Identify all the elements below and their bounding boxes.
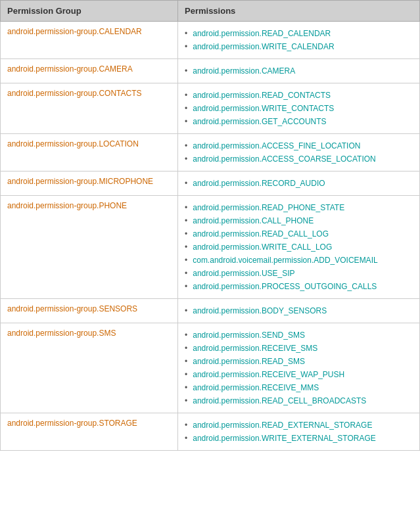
list-item: android.permission.CAMERA — [185, 64, 413, 78]
permission-name: android.permission.READ_CONTACTS — [193, 91, 331, 100]
permission-group-cell: android.permission-group.CAMERA — [1, 59, 178, 83]
table-row: android.permission-group.MICROPHONEandro… — [1, 172, 420, 196]
permissions-cell: android.permission.READ_EXTERNAL_STORAGE… — [178, 413, 420, 451]
permission-group-cell: android.permission-group.STORAGE — [1, 413, 178, 451]
list-item: android.permission.READ_CONTACTS — [185, 89, 413, 102]
permission-name: android.permission.READ_CALL_LOG — [193, 229, 329, 239]
permission-group-cell: android.permission-group.SMS — [1, 323, 178, 413]
permissions-cell: android.permission.SEND_SMSandroid.permi… — [178, 323, 420, 413]
permission-group-cell: android.permission-group.CONTACTS — [1, 83, 178, 134]
list-item: android.permission.CALL_PHONE — [185, 214, 413, 227]
table-row: android.permission-group.LOCATIONandroid… — [1, 134, 420, 172]
permissions-cell: android.permission.ACCESS_FINE_LOCATIONa… — [178, 134, 420, 172]
table-row: android.permission-group.SMSandroid.perm… — [1, 323, 420, 413]
list-item: android.permission.READ_SMS — [185, 355, 413, 368]
list-item: android.permission.SEND_SMS — [185, 329, 413, 342]
permission-name: android.permission.SEND_SMS — [193, 331, 305, 340]
permission-name: android.permission.RECORD_AUDIO — [193, 179, 325, 188]
list-item: android.permission.PROCESS_OUTGOING_CALL… — [185, 280, 413, 293]
permissions-table: Permission Group Permissions android.per… — [0, 0, 420, 451]
list-item: android.permission.READ_PHONE_STATE — [185, 201, 413, 214]
table-row: android.permission-group.STORAGEandroid.… — [1, 413, 420, 451]
table-row: android.permission-group.PHONEandroid.pe… — [1, 196, 420, 299]
list-item: android.permission.READ_CALL_LOG — [185, 227, 413, 241]
permissions-cell: android.permission.READ_CONTACTSandroid.… — [178, 83, 420, 134]
list-item: android.permission.WRITE_EXTERNAL_STORAG… — [185, 432, 413, 445]
list-item: android.permission.RECEIVE_WAP_PUSH — [185, 368, 413, 381]
list-item: android.permission.READ_CALENDAR — [185, 27, 413, 40]
permission-name: android.permission.WRITE_EXTERNAL_STORAG… — [193, 434, 376, 443]
permission-group-cell: android.permission-group.MICROPHONE — [1, 172, 178, 196]
permission-name: android.permission.RECEIVE_SMS — [193, 344, 317, 353]
permission-name: android.permission.WRITE_CALENDAR — [193, 42, 334, 51]
permission-name: android.permission.READ_PHONE_STATE — [193, 203, 344, 212]
permissions-cell: android.permission.READ_CALENDARandroid.… — [178, 22, 420, 59]
list-item: android.permission.ACCESS_COARSE_LOCATIO… — [185, 152, 413, 166]
column-header-permissions: Permissions — [178, 1, 420, 22]
permission-name: android.permission.BODY_SENSORS — [193, 306, 327, 315]
permissions-cell: android.permission.RECORD_AUDIO — [178, 172, 420, 196]
list-item: android.permission.USE_SIP — [185, 267, 413, 280]
permission-group-cell: android.permission-group.LOCATION — [1, 134, 178, 172]
permissions-cell: android.permission.READ_PHONE_STATEandro… — [178, 196, 420, 299]
table-row: android.permission-group.CAMERAandroid.p… — [1, 59, 420, 83]
table-row: android.permission-group.CONTACTSandroid… — [1, 83, 420, 134]
permission-name: android.permission.USE_SIP — [193, 269, 294, 278]
list-item: android.permission.WRITE_CONTACTS — [185, 102, 413, 115]
list-item: android.permission.WRITE_CALL_LOG — [185, 241, 413, 254]
permission-group-cell: android.permission-group.SENSORS — [1, 299, 178, 323]
permission-name: android.permission.WRITE_CONTACTS — [193, 104, 334, 113]
permission-name: android.permission.READ_CALENDAR — [193, 29, 331, 38]
list-item: android.permission.BODY_SENSORS — [185, 304, 413, 317]
permissions-cell: android.permission.BODY_SENSORS — [178, 299, 420, 323]
list-item: android.permission.GET_ACCOUNTS — [185, 115, 413, 128]
list-item: com.android.voicemail.permission.ADD_VOI… — [185, 254, 413, 267]
list-item: android.permission.WRITE_CALENDAR — [185, 40, 413, 53]
list-item: android.permission.RECEIVE_MMS — [185, 381, 413, 394]
permission-name: android.permission.CALL_PHONE — [193, 216, 314, 225]
permission-group-cell: android.permission-group.CALENDAR — [1, 22, 178, 59]
permission-name: android.permission.ACCESS_FINE_LOCATION — [193, 141, 360, 150]
permission-group-cell: android.permission-group.PHONE — [1, 196, 178, 299]
permission-name: android.permission.READ_SMS — [193, 357, 305, 366]
list-item: android.permission.READ_CELL_BROADCASTS — [185, 394, 413, 407]
permissions-cell: android.permission.CAMERA — [178, 59, 420, 83]
permission-name: android.permission.ACCESS_COARSE_LOCATIO… — [193, 154, 376, 164]
permission-name: android.permission.READ_CELL_BROADCASTS — [193, 396, 366, 405]
list-item: android.permission.RECORD_AUDIO — [185, 177, 413, 190]
column-header-group: Permission Group — [1, 1, 178, 22]
permission-name: android.permission.RECEIVE_WAP_PUSH — [193, 370, 344, 379]
permission-name: android.permission.PROCESS_OUTGOING_CALL… — [193, 282, 377, 291]
permission-name: android.permission.CAMERA — [193, 66, 295, 76]
list-item: android.permission.ACCESS_FINE_LOCATION — [185, 139, 413, 152]
table-row: android.permission-group.SENSORSandroid.… — [1, 299, 420, 323]
table-row: android.permission-group.CALENDARandroid… — [1, 22, 420, 59]
permission-name: com.android.voicemail.permission.ADD_VOI… — [193, 256, 377, 265]
permission-name: android.permission.RECEIVE_MMS — [193, 383, 319, 392]
list-item: android.permission.RECEIVE_SMS — [185, 342, 413, 355]
permission-name: android.permission.WRITE_CALL_LOG — [193, 242, 332, 252]
permission-name: android.permission.READ_EXTERNAL_STORAGE — [193, 421, 372, 430]
permission-name: android.permission.GET_ACCOUNTS — [193, 117, 326, 126]
list-item: android.permission.READ_EXTERNAL_STORAGE — [185, 419, 413, 432]
